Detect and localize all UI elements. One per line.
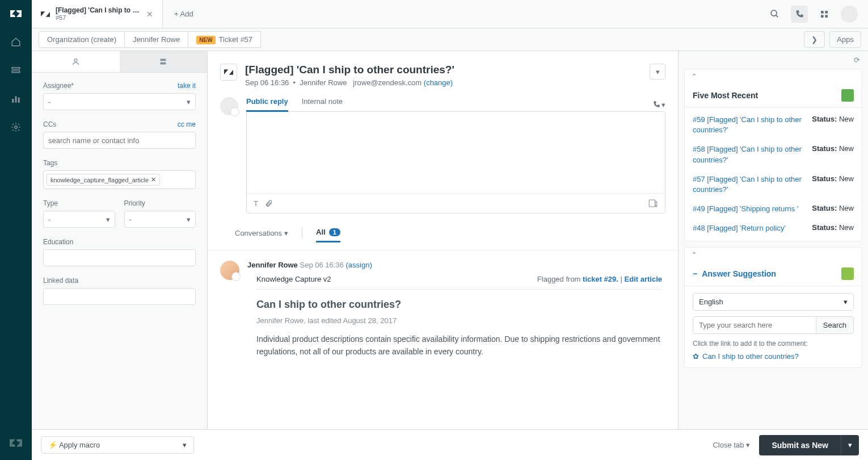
close-tab-icon[interactable]: ✕ — [146, 10, 153, 19]
admin-gear-icon[interactable] — [7, 118, 25, 136]
edit-article-link[interactable]: Edit article — [625, 275, 662, 283]
ticket-title: [Flagged] 'Can I ship to other countries… — [245, 64, 454, 76]
svg-point-12 — [74, 59, 77, 62]
internal-note-tab[interactable]: Internal note — [302, 97, 343, 112]
breadcrumb-bar: Organization (create) Jennifer Rowe NEWT… — [32, 28, 868, 51]
source-ticket-link[interactable]: ticket #29. — [583, 275, 618, 283]
event-timestamp: Sep 06 16:36 — [300, 261, 343, 269]
recent-item-link[interactable]: #48 [Flagged] 'Return policy' — [693, 223, 807, 233]
svg-point-6 — [771, 10, 777, 16]
change-requester-link[interactable]: (change) — [424, 78, 453, 87]
article-meta: Jennifer Rowe, last edited August 28, 20… — [256, 316, 662, 325]
ticket-tab[interactable]: [Flagged] 'Can I ship to o... #57 ✕ — [32, 0, 163, 28]
submit-dropdown[interactable]: ▾ — [841, 435, 859, 455]
tags-input[interactable]: knowledge_capture_flagged_article✕ — [43, 170, 196, 189]
cc-me-link[interactable]: cc me — [178, 120, 196, 128]
reply-avatar — [220, 97, 238, 115]
event-avatar — [220, 261, 239, 280]
svg-rect-4 — [18, 98, 20, 103]
reporting-icon[interactable] — [7, 90, 25, 108]
submit-button[interactable]: Submit as New — [759, 435, 841, 455]
kb-search-button[interactable]: Search — [816, 316, 854, 334]
kb-hint: Click the link to add it to the comment: — [693, 340, 854, 348]
linked-data-input[interactable] — [43, 288, 196, 305]
ticket-icon — [41, 10, 50, 19]
article-title: Can I ship to other countries? — [256, 299, 662, 311]
center-panel: [Flagged] 'Can I ship to other countries… — [208, 51, 679, 460]
recent-item-link[interactable]: #58 [Flagged] 'Can I ship to other count… — [693, 144, 807, 165]
conversations-all-tab[interactable]: All1 — [316, 228, 340, 242]
search-icon[interactable] — [766, 6, 783, 23]
event-assign-link[interactable]: (assign) — [345, 261, 372, 269]
kb-search-input[interactable] — [693, 316, 816, 334]
ccs-label: CCs — [43, 120, 56, 128]
answer-suggestion-title: Answer Suggestion — [702, 269, 776, 278]
knowledge-capture-icon[interactable] — [648, 198, 658, 208]
language-select[interactable]: English▾ — [693, 293, 854, 311]
apply-macro-dropdown[interactable]: ⚡ Apply macro▾ — [41, 436, 194, 454]
apps-grid-icon[interactable] — [816, 6, 833, 23]
brand-logo-icon[interactable] — [7, 5, 25, 23]
collapse-answer-icon[interactable]: ⌃ — [685, 248, 862, 262]
home-icon[interactable] — [7, 33, 25, 51]
views-icon[interactable] — [7, 61, 25, 80]
text-format-icon[interactable]: T — [254, 199, 258, 208]
apps-button[interactable]: Apps — [829, 31, 861, 48]
svg-rect-9 — [825, 11, 828, 14]
right-panel: ⟳ ⌃ Five Most Recent #59 [Flagged] 'Can … — [679, 51, 868, 460]
recent-item-status: Status: New — [812, 223, 854, 233]
crumb-user[interactable]: Jennifer Rowe — [125, 31, 188, 48]
reply-textarea[interactable] — [247, 112, 665, 193]
recent-item-status: Status: New — [812, 174, 854, 195]
public-reply-tab[interactable]: Public reply — [246, 97, 288, 112]
refresh-apps-icon[interactable]: ⟳ — [679, 51, 868, 69]
user-avatar[interactable] — [841, 6, 858, 23]
ticket-fields-tab[interactable] — [120, 51, 208, 72]
crumb-ticket[interactable]: NEWTicket #57 — [188, 31, 261, 48]
left-panel: Assignee*take it -▾ CCscc me Tags knowle… — [32, 51, 208, 460]
recent-item-link[interactable]: #49 [Flagged] 'Shipping returns ' — [693, 204, 807, 214]
tab-title: [Flagged] 'Can I ship to o... — [56, 6, 141, 14]
conversations-dropdown[interactable]: Conversations ▾ — [235, 229, 288, 242]
minus-icon[interactable]: − — [693, 269, 697, 278]
zendesk-logo-icon — [7, 434, 25, 452]
tab-bar: [Flagged] 'Can I ship to o... #57 ✕ + Ad… — [32, 0, 868, 28]
linked-data-label: Linked data — [43, 277, 78, 285]
kb-suggestion-link[interactable]: ✿Can I ship to other countries? — [693, 352, 854, 361]
crumb-org[interactable]: Organization (create) — [39, 31, 125, 48]
attachment-icon[interactable] — [265, 199, 273, 207]
phone-icon[interactable] — [791, 6, 808, 23]
assignee-select[interactable]: -▾ — [43, 93, 196, 110]
recent-title: Five Most Recent — [693, 91, 758, 100]
user-tab[interactable] — [32, 51, 120, 72]
tag-pill[interactable]: knowledge_capture_flagged_article✕ — [47, 174, 160, 186]
svg-rect-0 — [12, 68, 20, 69]
article-body: Individual product descriptions contain … — [256, 333, 662, 358]
ticket-options-dropdown[interactable]: ▾ — [650, 64, 665, 80]
expand-button[interactable]: ❯ — [804, 31, 825, 48]
call-dropdown[interactable]: ▾ — [652, 101, 665, 109]
answer-app-icon — [841, 267, 854, 280]
recent-item-link[interactable]: #59 [Flagged] 'Can I ship to other count… — [693, 115, 807, 135]
recent-item-link[interactable]: #57 [Flagged] 'Can I ship to other count… — [693, 174, 807, 195]
event-author: Jennifer Rowe — [247, 261, 298, 269]
ticket-meta: Sep 06 16:36 • Jennifer Rowe jrowe@zende… — [245, 78, 454, 87]
type-select[interactable]: -▾ — [43, 211, 115, 228]
svg-rect-15 — [649, 200, 655, 207]
priority-select[interactable]: -▾ — [124, 211, 196, 228]
recent-list: #59 [Flagged] 'Can I ship to other count… — [685, 108, 862, 241]
svg-rect-13 — [161, 59, 166, 61]
recent-item-status: Status: New — [812, 204, 854, 214]
ccs-input[interactable] — [43, 132, 196, 149]
education-input[interactable] — [43, 249, 196, 266]
education-label: Education — [43, 238, 73, 246]
svg-rect-14 — [161, 62, 166, 65]
take-it-link[interactable]: take it — [178, 82, 196, 90]
tab-subtitle: #57 — [56, 14, 141, 22]
collapse-recent-icon[interactable]: ⌃ — [685, 69, 862, 83]
new-badge: NEW — [196, 36, 215, 44]
assignee-label: Assignee* — [43, 82, 74, 90]
add-tab-button[interactable]: + Add — [163, 0, 205, 28]
close-tab-dropdown[interactable]: Close tab ▾ — [713, 441, 750, 449]
nav-rail — [0, 0, 32, 460]
